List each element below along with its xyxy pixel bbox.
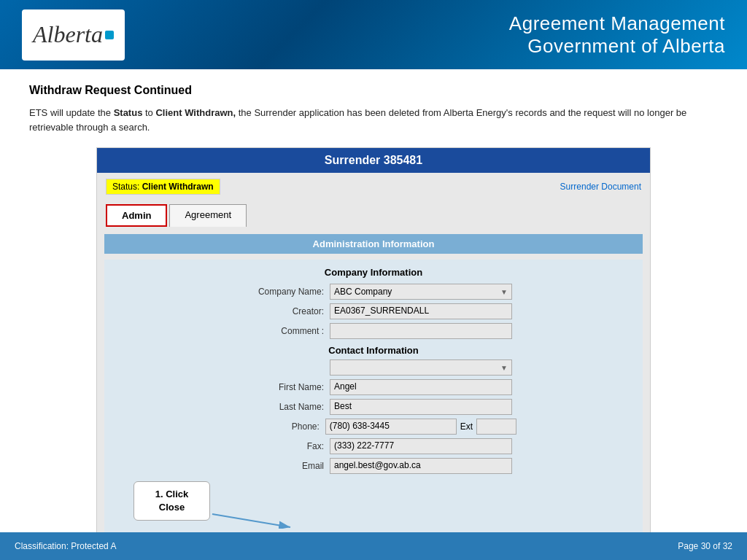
phone-value: (780) 638-3445 [330,421,390,431]
form-area: Administration Information Company Infor… [97,227,650,543]
comment-label: Comment : [235,326,330,336]
phone-row: Phone: (780) 638-3445 Ext [112,419,635,435]
comment-field[interactable] [330,323,512,339]
callout-text: 1. ClickClose [155,489,189,513]
contact-select[interactable]: ▼ [330,359,512,376]
first-name-value: Angel [334,381,357,392]
last-name-value: Best [334,401,352,411]
phone-field[interactable]: (780) 638-3445 [325,419,457,435]
last-name-row: Last Name: Best [112,399,635,415]
company-name-value: ABC Company [334,287,392,297]
tabs: Admin Agreement [97,201,650,227]
fax-row: Fax: (333) 222-7777 [112,438,635,454]
desc-bold1: Status [114,107,143,118]
status-value: Client Withdrawn [142,182,214,192]
first-name-row: First Name: Angel [112,379,635,395]
desc-part2: to [142,107,155,118]
screenshot-container: Surrender 385481 Status: Client Withdraw… [96,147,651,560]
phone-label: Phone: [231,421,325,432]
footer: Classification: Protected A Page 30 of 3… [0,532,747,560]
creator-row: Creator: EA0367_SURRENDALL [112,303,635,319]
dropdown-arrow-icon: ▼ [500,288,508,296]
ext-field[interactable] [476,419,516,435]
callout-box: 1. ClickClose [133,481,210,521]
company-name-label: Company Name: [235,287,330,297]
fax-field[interactable]: (333) 222-7777 [330,438,512,454]
status-bar: Status: Client Withdrawn Surrender Docum… [97,173,650,201]
title-line2: Government of Alberta [509,35,725,58]
first-name-field[interactable]: Angel [330,379,512,395]
last-name-field[interactable]: Best [330,399,512,415]
surrender-title: Surrender 385481 [325,154,422,166]
desc-bold2: Client Withdrawn, [155,107,236,118]
email-value: angel.best@gov.ab.ca [334,460,421,470]
callout-wrapper: 1. ClickClose [112,478,635,529]
form-inner: Company Information Company Name: ABC Co… [104,260,643,536]
first-name-label: First Name: [235,382,330,392]
comment-row: Comment : [112,323,635,339]
status-badge: Status: Client Withdrawn [106,179,220,195]
company-name-row: Company Name: ABC Company ▼ [112,284,635,300]
footer-page: Page 30 of 32 [678,541,732,551]
creator-field: EA0367_SURRENDALL [330,303,512,319]
creator-label: Creator: [235,306,330,316]
contact-dropdown-arrow-icon: ▼ [500,364,508,372]
svg-line-0 [212,514,290,527]
title-line1: Agreement Management [509,12,725,35]
header: Alberta Agreement Management Government … [0,0,747,69]
section-title: Withdraw Request Continued [29,84,718,97]
footer-classification: Classification: Protected A [15,541,116,551]
logo-container: Alberta [22,9,125,61]
surrender-doc-link[interactable]: Surrender Document [560,182,641,192]
tab-agreement[interactable]: Agreement [169,204,247,227]
logo-mark-icon [105,31,114,39]
email-row: Email angel.best@gov.ab.ca [112,458,635,474]
status-label: Status: [112,182,139,192]
email-field[interactable]: angel.best@gov.ab.ca [330,458,512,474]
admin-info-header: Administration Information [104,234,643,254]
fax-label: Fax: [235,441,330,451]
last-name-label: Last Name: [235,402,330,412]
contact-info-header: Contact Information [112,345,635,356]
email-label: Email [235,461,330,471]
contact-select-row: ▼ [112,359,635,376]
logo-text: Alberta [33,21,103,48]
description: ETS will update the Status to Client Wit… [29,106,718,134]
phone-fields: (780) 638-3445 Ext [325,419,516,435]
company-info-header: Company Information [112,267,635,278]
header-title: Agreement Management Government of Alber… [509,12,725,58]
desc-part1: ETS will update the [29,107,114,118]
ext-label: Ext [460,421,473,432]
company-name-select[interactable]: ABC Company ▼ [330,284,512,300]
fax-value: (333) 222-7777 [334,440,394,451]
tab-admin[interactable]: Admin [106,204,167,227]
main-content: Withdraw Request Continued ETS will upda… [0,69,747,560]
surrender-title-bar: Surrender 385481 [97,148,650,173]
creator-value: EA0367_SURRENDALL [334,306,429,316]
